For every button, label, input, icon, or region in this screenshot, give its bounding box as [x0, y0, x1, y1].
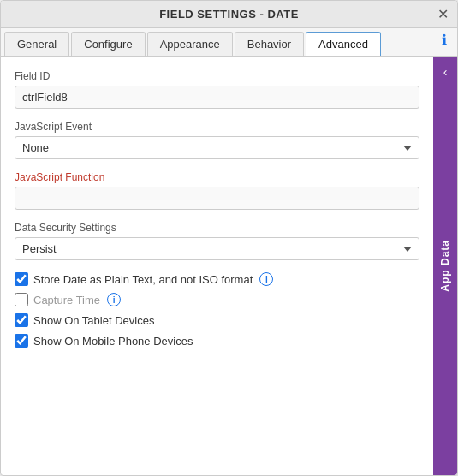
store-date-label: Store Date as Plain Text, and not ISO fo…	[33, 273, 253, 286]
js-function-label-text: JavaScript Function	[15, 171, 104, 183]
js-function-label: JavaScript Function	[15, 171, 419, 183]
store-date-checkbox[interactable]	[15, 272, 28, 286]
side-panel-label: App Data	[439, 240, 451, 292]
checkbox-store-date-row: Store Date as Plain Text, and not ISO fo…	[15, 272, 419, 286]
show-tablet-label: Show On Tablet Devices	[33, 314, 154, 327]
tabs-bar: General Configure Appearance Behavior Ad…	[1, 28, 457, 57]
capture-time-label: Capture Time	[33, 294, 100, 306]
data-security-group: Data Security Settings Persist	[15, 222, 419, 260]
data-security-select[interactable]: Persist	[15, 237, 419, 260]
js-function-input[interactable]	[15, 187, 419, 210]
main-content: Field ID JavaScript Event None JavaScrip…	[1, 57, 433, 475]
content-area: Field ID JavaScript Event None JavaScrip…	[1, 57, 457, 475]
checkbox-show-mobile-row: Show On Mobile Phone Devices	[15, 334, 419, 348]
capture-time-checkbox[interactable]	[15, 293, 28, 306]
js-function-group: JavaScript Function	[15, 171, 419, 210]
tab-configure[interactable]: Configure	[71, 32, 145, 56]
field-id-label: Field ID	[15, 70, 419, 82]
tab-advanced[interactable]: Advanced	[306, 32, 381, 56]
dialog-title: FIELD SETTINGS - DATE	[159, 8, 299, 21]
field-id-input[interactable]	[15, 86, 419, 109]
tab-appearance[interactable]: Appearance	[147, 32, 233, 56]
app-data-panel[interactable]: ‹ App Data	[433, 57, 457, 475]
js-event-group: JavaScript Event None	[15, 121, 419, 159]
checkbox-capture-time-row: Capture Time i	[15, 293, 419, 306]
tab-general[interactable]: General	[4, 32, 69, 56]
show-mobile-checkbox[interactable]	[15, 334, 28, 348]
tab-behavior[interactable]: Behavior	[235, 32, 304, 56]
dialog-header: FIELD SETTINGS - DATE ✕	[1, 1, 457, 28]
js-event-label: JavaScript Event	[15, 121, 419, 133]
close-button[interactable]: ✕	[437, 8, 449, 21]
store-date-info-icon[interactable]: i	[259, 272, 273, 286]
checkbox-show-tablet-row: Show On Tablet Devices	[15, 313, 419, 327]
field-id-group: Field ID	[15, 70, 419, 109]
show-tablet-checkbox[interactable]	[15, 313, 28, 327]
side-panel-chevron-icon: ‹	[443, 65, 448, 79]
show-mobile-label: Show On Mobile Phone Devices	[33, 335, 193, 348]
dialog: FIELD SETTINGS - DATE ✕ ℹ General Config…	[0, 0, 458, 476]
data-security-label: Data Security Settings	[15, 222, 419, 234]
js-event-select[interactable]: None	[15, 136, 419, 159]
capture-time-info-icon[interactable]: i	[107, 293, 121, 306]
info-icon-top[interactable]: ℹ	[442, 32, 447, 48]
